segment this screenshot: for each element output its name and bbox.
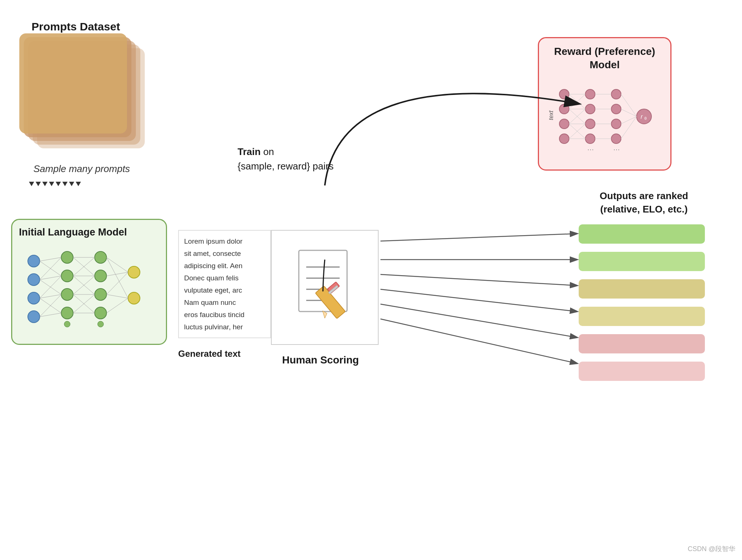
generated-text-label: Generated text <box>178 349 241 359</box>
svg-line-94 <box>380 319 577 363</box>
svg-point-4 <box>61 251 73 263</box>
svg-point-50 <box>585 134 595 144</box>
watermark: CSDN @段智华 <box>688 544 735 553</box>
svg-point-1 <box>28 274 40 286</box>
svg-text:r: r <box>641 113 643 120</box>
svg-point-43 <box>559 89 569 99</box>
svg-point-44 <box>559 104 569 114</box>
svg-line-39 <box>107 294 128 298</box>
ilm-neural-net <box>19 243 160 335</box>
svg-point-48 <box>585 104 595 114</box>
svg-point-46 <box>559 134 569 144</box>
human-scoring-label: Human Scoring <box>282 354 359 366</box>
svg-point-49 <box>585 119 595 129</box>
svg-point-9 <box>95 251 107 263</box>
svg-point-10 <box>95 270 107 282</box>
human-scoring-icon <box>288 245 362 330</box>
svg-line-40 <box>107 298 128 313</box>
svg-line-75 <box>621 109 637 116</box>
stacked-cards <box>22 37 148 152</box>
reward-neural-net: text ⋯ ⋯ r θ <box>546 76 657 165</box>
ranked-label-text: Outputs are ranked (relative, ELO, etc.) <box>600 189 688 216</box>
svg-point-52 <box>611 89 621 99</box>
svg-point-45 <box>559 119 569 129</box>
ranked-bar-5 <box>579 334 705 353</box>
svg-point-5 <box>61 270 73 282</box>
svg-line-92 <box>380 289 577 312</box>
svg-line-89 <box>380 234 577 241</box>
svg-point-3 <box>28 311 40 323</box>
svg-line-41 <box>107 257 128 298</box>
svg-point-6 <box>61 289 73 300</box>
ilm-box: Initial Language Model <box>11 219 167 345</box>
ranked-bars <box>579 224 705 381</box>
svg-line-36 <box>107 257 128 272</box>
svg-point-7 <box>61 307 73 319</box>
svg-point-54 <box>611 119 621 129</box>
svg-text:θ: θ <box>644 116 647 121</box>
ranked-bar-2 <box>579 252 705 271</box>
train-bold: Train <box>238 146 261 157</box>
svg-line-76 <box>621 116 637 124</box>
svg-line-77 <box>621 116 637 139</box>
ranked-bar-3 <box>579 279 705 299</box>
prompts-dataset-label: Prompts Dataset <box>32 20 120 33</box>
reward-model-box: Reward (Preference)Model text ⋯ ⋯ r <box>538 37 671 171</box>
svg-point-53 <box>611 104 621 114</box>
human-scoring-box <box>271 230 379 345</box>
diagram-container: Prompts Dataset Sample many prompts Init… <box>0 0 742 560</box>
svg-text:⋯: ⋯ <box>587 146 594 153</box>
svg-line-91 <box>380 274 577 286</box>
svg-point-8 <box>64 321 70 327</box>
svg-point-15 <box>128 292 140 304</box>
svg-point-47 <box>585 89 595 99</box>
svg-text:⋯: ⋯ <box>613 146 620 153</box>
svg-line-93 <box>380 304 577 337</box>
svg-point-11 <box>95 289 107 300</box>
svg-point-14 <box>128 266 140 278</box>
ranked-bar-6 <box>579 362 705 381</box>
svg-text:text: text <box>548 110 554 120</box>
generated-text-box: Lorem ipsum dolor sit amet, consecte adi… <box>178 230 271 338</box>
ranked-bar-1 <box>579 224 705 244</box>
svg-point-2 <box>28 292 40 304</box>
svg-point-55 <box>611 134 621 144</box>
generated-text-content: Lorem ipsum dolor sit amet, consecte adi… <box>184 237 245 331</box>
ranked-bar-4 <box>579 307 705 326</box>
card-stack-main <box>19 33 127 134</box>
svg-point-0 <box>28 255 40 267</box>
svg-line-74 <box>621 94 637 116</box>
svg-point-12 <box>95 307 107 319</box>
ilm-title: Initial Language Model <box>19 227 159 238</box>
train-text: Train on{sample, reward} pairs <box>238 145 334 174</box>
reward-model-title: Reward (Preference)Model <box>546 45 664 72</box>
sample-label: Sample many prompts <box>33 163 130 175</box>
ranked-outputs-label: Outputs are ranked (relative, ELO, etc.) <box>600 189 688 216</box>
svg-point-13 <box>98 321 104 327</box>
svg-point-57 <box>637 109 651 124</box>
